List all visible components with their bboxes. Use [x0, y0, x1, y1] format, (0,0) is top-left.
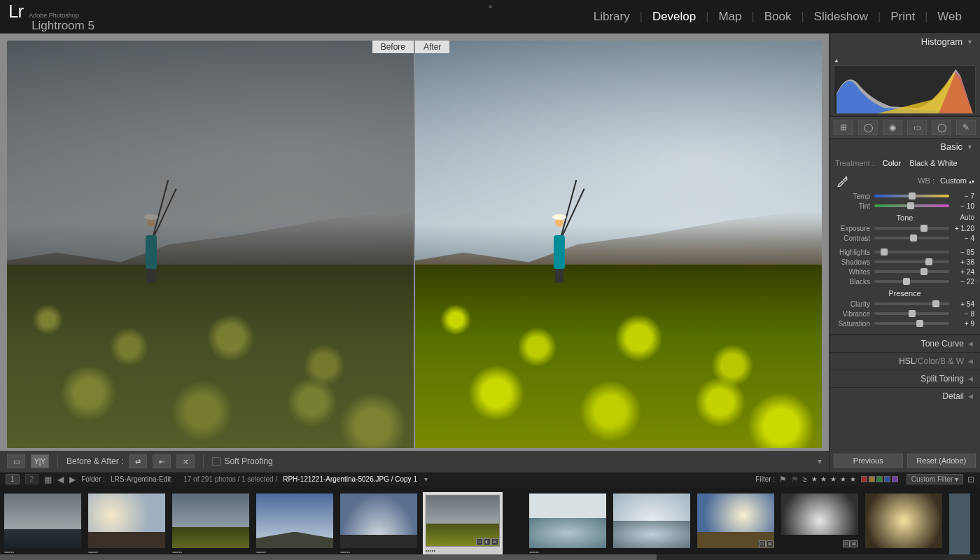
secondary-display-button[interactable]: 2: [25, 474, 39, 484]
thumbnail[interactable]: •••••: [256, 493, 333, 555]
temp-slider[interactable]: [874, 195, 949, 197]
tint-slider[interactable]: [874, 204, 949, 207]
redeye-tool-icon[interactable]: ◉: [883, 120, 902, 135]
highlights-slider[interactable]: [874, 251, 949, 253]
filmstrip[interactable]: ••••• ••••• ••••• ••••• ••••• 2 of 2 ⊡◐⊠…: [0, 486, 980, 560]
histogram-chart[interactable]: [834, 65, 976, 114]
tone-auto-button[interactable]: Auto: [960, 214, 974, 221]
filter-lock-icon[interactable]: ⊡: [967, 475, 974, 484]
thumbnail[interactable]: [949, 493, 970, 555]
wb-label: WB :: [918, 176, 934, 185]
thumbnail[interactable]: [613, 493, 690, 555]
grid-view-icon[interactable]: ▦: [44, 475, 52, 484]
thumbnail[interactable]: •••••: [88, 493, 165, 555]
loupe-view-button[interactable]: ▭: [7, 454, 25, 468]
module-map[interactable]: Map: [708, 7, 751, 27]
vibrance-label: Vibrance: [835, 310, 870, 318]
soft-proofing-checkbox[interactable]: Soft Proofing: [212, 456, 272, 466]
thumbnail[interactable]: [865, 493, 942, 555]
tone-curve-panel-header[interactable]: Tone Curve◀: [830, 335, 980, 352]
current-filename: RPH-121221-Argentina-5026.JPG / Copy 1: [283, 475, 417, 483]
previous-button[interactable]: Previous: [834, 454, 903, 468]
top-panel-collapse-icon[interactable]: ▴: [489, 1, 492, 9]
blacks-value[interactable]: − 22: [953, 278, 974, 286]
primary-display-button[interactable]: 1: [6, 474, 20, 484]
nav-back-icon[interactable]: ◀: [57, 475, 64, 484]
temp-value[interactable]: − 7: [953, 192, 974, 200]
exposure-value[interactable]: + 1.20: [953, 225, 974, 232]
hsl-panel-header[interactable]: HSL / Color / B & W◀: [830, 352, 980, 370]
treatment-color[interactable]: Color: [883, 159, 901, 167]
exposure-slider[interactable]: [874, 227, 949, 230]
white-balance-eyedropper-icon[interactable]: [835, 173, 850, 188]
clarity-slider[interactable]: [874, 302, 949, 305]
tint-value[interactable]: − 10: [953, 202, 974, 210]
spot-removal-tool-icon[interactable]: ◯: [858, 120, 878, 135]
shadows-slider[interactable]: [874, 260, 949, 263]
module-print[interactable]: Print: [881, 7, 925, 27]
color-label-filter[interactable]: [861, 476, 898, 482]
filmstrip-header: 1 2 ▦ ◀ ▶ Folder : LRS-Argentina-Edit 17…: [0, 472, 980, 486]
reset-button[interactable]: Reset (Adobe): [907, 454, 976, 468]
split-toning-panel-header[interactable]: Split Toning◀: [830, 370, 980, 387]
wb-preset-dropdown[interactable]: Custom ▴▾: [940, 176, 974, 185]
swap-before-after-button[interactable]: ⇄: [129, 454, 147, 468]
module-develop[interactable]: Develop: [643, 7, 706, 27]
histogram-header[interactable]: Histogram▼: [830, 34, 980, 50]
highlights-value[interactable]: − 85: [953, 248, 974, 256]
toolbar-menu-icon[interactable]: ▾: [818, 456, 822, 466]
thumbnail[interactable]: •••••: [529, 493, 606, 555]
after-image[interactable]: [415, 41, 822, 448]
clarity-value[interactable]: + 54: [953, 300, 974, 308]
folder-name[interactable]: LRS-Argentina-Edit: [111, 475, 171, 483]
whites-value[interactable]: + 24: [953, 268, 974, 276]
flag-filter-picked-icon[interactable]: ⚑: [779, 475, 787, 484]
right-panel-collapse-icon[interactable]: ◂: [974, 275, 979, 285]
copy-before-to-after-button[interactable]: ⇤: [153, 454, 171, 468]
thumbnail[interactable]: •••••: [4, 493, 81, 555]
thumbnail[interactable]: •••••: [172, 493, 249, 555]
tone-section-title: Tone: [897, 214, 913, 222]
compare-view-button[interactable]: Y|Y: [31, 454, 49, 468]
crop-tool-icon[interactable]: ⊞: [834, 120, 853, 135]
graduated-filter-tool-icon[interactable]: ▭: [907, 120, 927, 135]
vibrance-slider[interactable]: [874, 312, 949, 315]
filename-dropdown-icon[interactable]: ▾: [424, 475, 428, 483]
saturation-slider[interactable]: [874, 322, 949, 325]
module-picker: Library| Develop| Map| Book| Slideshow| …: [584, 7, 972, 27]
contrast-slider[interactable]: [874, 237, 949, 239]
whites-slider[interactable]: [874, 270, 949, 273]
blacks-slider[interactable]: [874, 280, 949, 283]
vibrance-value[interactable]: − 8: [953, 310, 974, 318]
treatment-label: Treatment :: [835, 159, 874, 167]
contrast-label: Contrast: [835, 234, 870, 242]
before-after-label: Before & After :: [66, 456, 123, 466]
thumbnail[interactable]: ⊡⊠: [781, 493, 858, 555]
contrast-value[interactable]: − 4: [953, 234, 974, 242]
filmstrip-scrollbar[interactable]: [0, 554, 980, 560]
rating-filter[interactable]: ★ ★ ★ ★ ★: [811, 475, 857, 483]
develop-panel: Histogram▼ ▲ ISO 200 28 mm ƒ / 13 ¹⁄₂₅₀ …: [829, 34, 980, 472]
shadows-value[interactable]: + 36: [953, 258, 974, 266]
thumbnail[interactable]: 2⊡⊠: [697, 493, 774, 555]
before-image[interactable]: [7, 41, 414, 448]
adjustment-brush-tool-icon[interactable]: ✎: [956, 120, 976, 135]
thumbnail-selected[interactable]: 2 of 2 ⊡◐⊠ •••••: [424, 493, 501, 555]
copy-after-to-before-button[interactable]: ⤮: [176, 454, 195, 468]
radial-filter-tool-icon[interactable]: ◯: [932, 120, 951, 135]
basic-panel-header[interactable]: Basic▼: [830, 139, 980, 155]
nav-forward-icon[interactable]: ▶: [69, 475, 76, 484]
module-web[interactable]: Web: [927, 7, 972, 27]
saturation-value[interactable]: + 9: [953, 320, 974, 328]
flag-filter-rejected-icon[interactable]: ⚑: [791, 475, 799, 484]
detail-panel-header[interactable]: Detail◀: [830, 387, 980, 405]
shadow-clip-icon[interactable]: ▲: [834, 57, 839, 64]
module-library[interactable]: Library: [584, 7, 640, 27]
custom-filter-dropdown[interactable]: Custom Filter ▾: [906, 474, 963, 484]
module-book[interactable]: Book: [755, 7, 802, 27]
module-slideshow[interactable]: Slideshow: [804, 7, 878, 27]
logo-mark: Lr: [8, 1, 23, 22]
treatment-bw[interactable]: Black & White: [909, 159, 957, 167]
thumbnail[interactable]: •••••: [340, 493, 417, 555]
saturation-label: Saturation: [835, 320, 870, 328]
